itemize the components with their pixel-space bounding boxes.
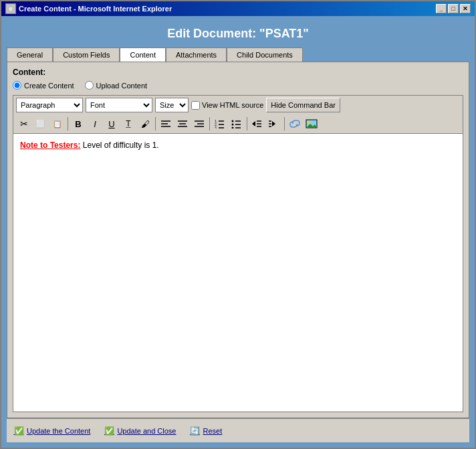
hide-command-bar-button[interactable]: Hide Command Bar: [266, 98, 340, 112]
link-button[interactable]: [287, 116, 303, 132]
font-select[interactable]: Font Arial Times New Roman: [86, 98, 152, 112]
editor-content-area[interactable]: Note to Testers: Level of difficulty is …: [13, 133, 463, 412]
bottom-action-bar: ✅ Update the Content ✅ Update and Close …: [7, 418, 469, 442]
content-label: Content:: [13, 68, 463, 77]
content-area: Content: Create Content Upload Content P…: [7, 62, 469, 418]
main-window: e Create Content - Microsoft Internet Ex…: [0, 0, 476, 449]
cut-button[interactable]: ✂: [16, 116, 32, 132]
svg-point-15: [232, 120, 234, 122]
tab-content[interactable]: Content: [120, 48, 166, 62]
view-html-checkbox[interactable]: [191, 101, 200, 110]
update-content-button[interactable]: ✅ Update the Content: [13, 426, 90, 436]
align-left-button[interactable]: [158, 116, 174, 132]
update-content-icon: ✅: [13, 426, 24, 436]
align-center-button[interactable]: [174, 116, 191, 132]
note-label: Note to Testers:: [20, 141, 80, 150]
reset-icon: 🔄: [189, 426, 200, 436]
separator-3: [209, 117, 210, 130]
tab-child-documents[interactable]: Child Documents: [227, 48, 303, 62]
bold-button[interactable]: B: [70, 116, 86, 132]
window-title: Create Content - Microsoft Internet Expl…: [19, 5, 172, 13]
image-button[interactable]: [304, 116, 320, 132]
copy-button[interactable]: ⬜: [33, 116, 49, 132]
separator-5: [284, 117, 285, 130]
indent-button[interactable]: [266, 116, 282, 132]
separator-1: [68, 117, 68, 130]
view-html-checkbox-label[interactable]: View HTML source: [191, 101, 263, 110]
content-type-group: Create Content Upload Content: [13, 81, 463, 90]
toolbar-row1: Paragraph Heading 1 Heading 2 Font Arial…: [13, 95, 463, 114]
unordered-list-button[interactable]: [229, 116, 245, 132]
note-text: Level of difficulty is 1.: [80, 141, 158, 150]
tab-custom-fields[interactable]: Custom Fields: [53, 48, 120, 62]
reset-button[interactable]: 🔄 Reset: [189, 426, 222, 436]
minimize-button[interactable]: _: [436, 4, 447, 13]
maximize-button[interactable]: □: [448, 4, 459, 13]
close-button[interactable]: ✕: [460, 4, 471, 13]
separator-2: [155, 117, 156, 130]
tab-bar: General Custom Fields Content Attachment…: [7, 48, 469, 62]
text-color-button[interactable]: T: [120, 116, 136, 132]
tab-attachments[interactable]: Attachments: [166, 48, 227, 62]
separator-4: [247, 117, 247, 130]
svg-marker-25: [272, 121, 275, 126]
outdent-button[interactable]: [249, 116, 265, 132]
svg-point-30: [308, 121, 310, 124]
upload-content-radio-label[interactable]: Upload Content: [85, 81, 147, 90]
upload-content-radio[interactable]: [85, 81, 94, 90]
svg-marker-21: [252, 121, 255, 126]
window-body: Edit Document: "PSAT1" General Custom Fi…: [1, 16, 475, 448]
paste-button[interactable]: 📋: [49, 116, 66, 132]
svg-text:3.: 3.: [215, 126, 217, 128]
italic-button[interactable]: I: [87, 116, 103, 132]
size-select[interactable]: Size 8 10 12: [155, 98, 189, 112]
svg-point-19: [232, 127, 234, 129]
ordered-list-button[interactable]: 1. 2. 3.: [212, 116, 228, 132]
create-content-radio[interactable]: [13, 81, 21, 90]
underline-button[interactable]: U: [104, 116, 120, 132]
title-bar-buttons: _ □ ✕: [436, 4, 471, 13]
title-bar: e Create Content - Microsoft Internet Ex…: [1, 1, 475, 16]
toolbar-row2: ✂ ⬜ 📋 B I: [13, 114, 463, 133]
page-title: Edit Document: "PSAT1": [7, 21, 469, 48]
app-icon: e: [5, 3, 16, 14]
create-content-radio-label[interactable]: Create Content: [13, 81, 74, 90]
align-right-button[interactable]: [191, 116, 207, 132]
highlight-button[interactable]: 🖌: [137, 116, 153, 132]
update-close-button[interactable]: ✅ Update and Close: [104, 426, 176, 436]
title-bar-left: e Create Content - Microsoft Internet Ex…: [5, 3, 172, 14]
update-close-icon: ✅: [104, 426, 114, 436]
tab-general[interactable]: General: [7, 48, 53, 62]
paragraph-select[interactable]: Paragraph Heading 1 Heading 2: [16, 98, 83, 112]
svg-point-17: [232, 124, 234, 126]
